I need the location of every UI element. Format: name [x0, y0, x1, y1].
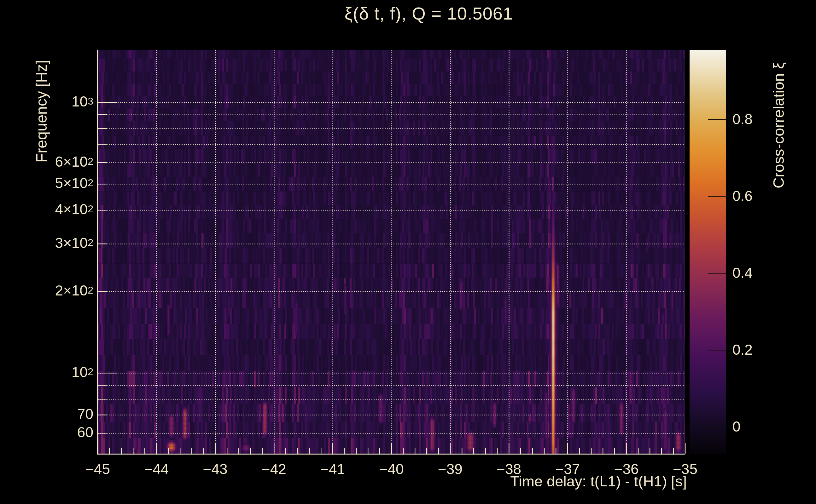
- x-tick-label: −39: [425, 461, 475, 478]
- x-tick-label: −40: [366, 461, 417, 478]
- colorbar-tick-label: 0.2: [733, 341, 753, 358]
- x-tick-label: −43: [190, 461, 241, 478]
- colorbar-tick-label: 0.8: [733, 111, 753, 128]
- spectrogram-figure: ξ(δ t, f), Q = 10.5061 Frequency [Hz] Ti…: [0, 0, 816, 504]
- y-axis-title: Frequency [Hz]: [33, 60, 50, 163]
- x-tick-label: −41: [308, 461, 358, 478]
- y-tick-label: 102: [21, 364, 93, 381]
- x-tick-label: −45: [72, 461, 123, 478]
- y-tick-label: 70: [21, 405, 93, 422]
- colorbar-tick-label: 0.4: [733, 264, 753, 281]
- y-tick-label: 5×102: [21, 175, 93, 192]
- colorbar-tick-label: 0.6: [733, 187, 753, 204]
- x-tick-label: −38: [484, 461, 534, 478]
- spectrogram-canvas: [0, 0, 816, 504]
- x-tick-label: −44: [131, 461, 181, 478]
- y-tick-label: 60: [21, 424, 93, 441]
- chart-title: ξ(δ t, f), Q = 10.5061: [98, 3, 760, 24]
- x-tick-label: −35: [660, 461, 710, 478]
- y-tick-label: 2×102: [21, 282, 93, 299]
- x-tick-label: −42: [249, 461, 299, 478]
- colorbar-tick-label: 0: [733, 418, 741, 435]
- x-tick-label: −37: [542, 461, 593, 478]
- y-tick-label: 6×102: [21, 153, 93, 170]
- y-tick-label: 103: [21, 93, 93, 110]
- x-tick-label: −36: [601, 461, 652, 478]
- y-tick-label: 3×102: [21, 234, 93, 251]
- colorbar-title: Cross-correlation ξ: [770, 62, 787, 188]
- y-tick-label: 4×102: [21, 201, 93, 218]
